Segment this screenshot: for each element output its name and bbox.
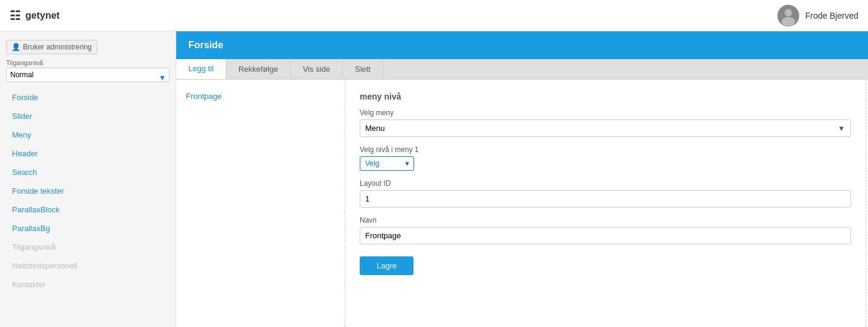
sidebar-item-kontakter[interactable]: Kontakter bbox=[0, 275, 176, 294]
layout-id-label: Layout ID bbox=[360, 179, 851, 188]
sidebar-item-nettstedspersonell[interactable]: Nettstedspersonell bbox=[0, 256, 176, 275]
tab-legg-til[interactable]: Legg til bbox=[176, 59, 226, 79]
form-group-menu-level: Velg nivå i meny 1 Velg ▼ bbox=[360, 145, 851, 171]
form-pane: meny nivå Velg meny Menu ▼ Velg nivå i m… bbox=[345, 80, 866, 327]
access-level-select-wrapper: Normal Admin ▼ bbox=[0, 68, 176, 88]
top-navbar: ☷ getynet Frode Bjerved bbox=[0, 0, 868, 31]
svg-point-1 bbox=[785, 9, 792, 16]
logo-icon: ☷ bbox=[10, 8, 21, 23]
content-header: Forside bbox=[176, 31, 868, 59]
tab-rekkefolge[interactable]: Rekkefølge bbox=[226, 60, 291, 78]
sidebar-nav: Forside Slider Meny Header Search Forsid… bbox=[0, 88, 176, 294]
user-area: Frode Bjerved bbox=[777, 5, 858, 27]
page-title: Forside bbox=[188, 40, 223, 50]
content-area: Forside Legg til Rekkefølge Vis side Sle… bbox=[176, 31, 868, 327]
svg-point-2 bbox=[782, 17, 795, 27]
sidebar-item-header[interactable]: Header bbox=[0, 144, 176, 163]
layout-id-input[interactable] bbox=[360, 190, 851, 208]
tab-vis-side[interactable]: Vis side bbox=[291, 60, 343, 78]
menu-select-wrapper: Menu ▼ bbox=[360, 119, 851, 137]
form-group-layout-id: Layout ID bbox=[360, 179, 851, 208]
user-name: Frode Bjerved bbox=[805, 11, 858, 21]
main-layout: 👤 Bruker administrering Tilgangsnivå Nor… bbox=[0, 31, 868, 327]
menu-level-select[interactable]: Velg bbox=[360, 156, 414, 171]
menu-label: Velg meny bbox=[360, 109, 851, 117]
form-group-name: Navn bbox=[360, 216, 851, 244]
name-input[interactable] bbox=[360, 227, 851, 244]
save-button[interactable]: Lagre bbox=[360, 256, 413, 275]
logo-area: ☷ getynet bbox=[10, 8, 60, 23]
menu-select[interactable]: Menu bbox=[360, 119, 851, 137]
form-group-menu: Velg meny Menu ▼ bbox=[360, 109, 851, 137]
tab-slett[interactable]: Slett bbox=[343, 60, 383, 78]
right-divider bbox=[866, 80, 868, 327]
user-icon: 👤 bbox=[11, 43, 21, 51]
menu-level-select-wrapper: Velg ▼ bbox=[360, 156, 414, 171]
sidebar-item-forside-tekster[interactable]: Forside tekster bbox=[0, 182, 176, 200]
admin-btn-label: Bruker administrering bbox=[23, 43, 92, 51]
access-level-select[interactable]: Normal Admin bbox=[6, 68, 170, 82]
sidebar: 👤 Bruker administrering Tilgangsnivå Nor… bbox=[0, 31, 176, 327]
content-body: Frontpage meny nivå Velg meny Menu ▼ bbox=[176, 80, 868, 327]
sidebar-item-tilgangsnivaa[interactable]: Tilgangsnivå bbox=[0, 238, 176, 256]
logo-text: getynet bbox=[25, 10, 60, 21]
menu-level-label: Velg nivå i meny 1 bbox=[360, 145, 851, 154]
pages-pane: Frontpage bbox=[176, 80, 345, 327]
name-label: Navn bbox=[360, 216, 851, 224]
sidebar-item-parallaxbg[interactable]: ParallaxBg bbox=[0, 219, 176, 238]
avatar bbox=[777, 5, 799, 27]
access-level-label: Tilgangsnivå bbox=[0, 59, 176, 68]
page-item-frontpage[interactable]: Frontpage bbox=[186, 89, 335, 103]
form-section-title: meny nivå bbox=[360, 92, 851, 101]
sidebar-item-search[interactable]: Search bbox=[0, 163, 176, 182]
sidebar-item-slider[interactable]: Slider bbox=[0, 107, 176, 125]
sidebar-item-meny[interactable]: Meny bbox=[0, 125, 176, 144]
admin-button[interactable]: 👤 Bruker administrering bbox=[6, 40, 97, 54]
tab-bar: Legg til Rekkefølge Vis side Slett bbox=[176, 59, 868, 80]
sidebar-item-forside[interactable]: Forside bbox=[0, 88, 176, 107]
sidebar-item-parallaxblock[interactable]: ParallaxBlock bbox=[0, 200, 176, 219]
